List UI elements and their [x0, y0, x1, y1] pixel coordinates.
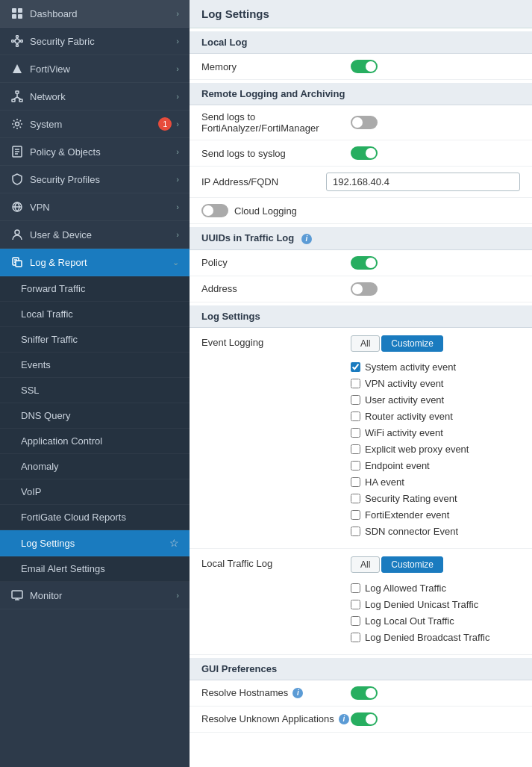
- sidebar-subitem-fortigate-cloud[interactable]: FortiGate Cloud Reports: [0, 505, 190, 530]
- traffic-denied-broadcast: Log Denied Broadcast Traffic: [351, 630, 489, 645]
- event-all-btn[interactable]: All: [351, 335, 380, 352]
- event-security-rating: Security Rating event: [351, 491, 469, 506]
- event-explicit-web-checkbox[interactable]: [351, 444, 360, 454]
- event-router-activity-checkbox[interactable]: [351, 412, 360, 421]
- sidebar-item-vpn[interactable]: VPN ›: [0, 193, 190, 221]
- event-endpoint-checkbox[interactable]: [351, 461, 360, 471]
- svg-rect-15: [12, 99, 15, 102]
- sidebar-item-label: Security Profiles: [30, 174, 176, 185]
- sidebar-subitem-log-settings[interactable]: Log Settings ☆: [0, 530, 190, 556]
- sidebar-item-label: VPN: [30, 202, 176, 213]
- traffic-denied-unicast-label: Log Denied Unicast Traffic: [365, 599, 478, 610]
- sidebar-item-log-report[interactable]: Log & Report ⌄: [0, 249, 190, 276]
- gui-preferences-section: GUI Preferences: [190, 658, 532, 680]
- svg-point-5: [16, 36, 19, 38]
- resolve-hostnames-toggle-thumb: [366, 688, 376, 698]
- sidebar-subitem-anomaly[interactable]: Anomaly: [0, 454, 190, 479]
- resolve-hostnames-row: Resolve Hostnames i: [190, 680, 532, 707]
- chevron-right-icon: ›: [176, 9, 179, 18]
- event-system-activity-checkbox[interactable]: [351, 362, 360, 372]
- memory-toggle-control: [351, 60, 520, 73]
- svg-rect-31: [12, 591, 22, 598]
- traffic-allowed-checkbox[interactable]: [351, 583, 360, 593]
- event-vpn-activity: VPN activity event: [351, 376, 469, 391]
- fortianalyzer-toggle[interactable]: [351, 116, 378, 129]
- event-user-activity-checkbox[interactable]: [351, 395, 360, 405]
- sidebar-item-label: DNS Query: [21, 410, 179, 421]
- sidebar-item-fortiview[interactable]: FortiView ›: [0, 55, 190, 83]
- memory-row: Memory: [190, 54, 532, 80]
- sidebar-item-user-device[interactable]: User & Device ›: [0, 221, 190, 249]
- cloud-label: Cloud Logging: [234, 205, 297, 217]
- sidebar-item-label: Forward Traffic: [21, 283, 179, 294]
- sidebar-item-label: System: [30, 119, 158, 130]
- ip-address-input[interactable]: [326, 173, 520, 191]
- event-customize-btn[interactable]: Customize: [381, 335, 443, 352]
- traffic-denied-unicast-checkbox[interactable]: [351, 600, 360, 609]
- uuids-info-icon[interactable]: i: [301, 234, 312, 244]
- policy-toggle[interactable]: [351, 256, 378, 270]
- traffic-local-out-checkbox[interactable]: [351, 616, 360, 626]
- event-sdn-connector-checkbox[interactable]: [351, 527, 360, 536]
- event-security-rating-checkbox[interactable]: [351, 494, 360, 503]
- sidebar-subitem-local-traffic[interactable]: Local Traffic: [0, 302, 190, 327]
- sidebar-subitem-events[interactable]: Events: [0, 353, 190, 378]
- event-vpn-activity-checkbox[interactable]: [351, 379, 360, 388]
- sidebar-subitem-application-control[interactable]: Application Control: [0, 429, 190, 454]
- sidebar-subitem-sniffer-traffic[interactable]: Sniffer Traffic: [0, 327, 190, 353]
- resolve-hostnames-label: Resolve Hostnames i: [201, 687, 351, 698]
- syslog-toggle[interactable]: [351, 146, 378, 160]
- svg-rect-2: [12, 14, 16, 19]
- chevron-right-icon: ›: [176, 119, 179, 128]
- resolve-unknown-toggle[interactable]: [351, 712, 378, 726]
- svg-rect-14: [16, 91, 19, 93]
- dashboard-icon: [10, 7, 24, 20]
- sidebar-item-network[interactable]: Network ›: [0, 83, 190, 111]
- event-ha-checkbox[interactable]: [351, 477, 360, 487]
- sidebar-subitem-forward-traffic[interactable]: Forward Traffic: [0, 276, 190, 302]
- policy-icon: [10, 145, 24, 158]
- traffic-denied-broadcast-checkbox[interactable]: [351, 633, 360, 642]
- sidebar-item-policy-objects[interactable]: Policy & Objects ›: [0, 138, 190, 166]
- sidebar-item-monitor[interactable]: Monitor ›: [0, 582, 190, 609]
- ip-input-control: [326, 173, 520, 191]
- event-ha: HA event: [351, 474, 469, 490]
- address-toggle[interactable]: [351, 282, 378, 296]
- traffic-checkboxes: Log Allowed Traffic Log Denied Unicast T…: [351, 577, 489, 648]
- resolve-hostnames-info-icon[interactable]: i: [292, 688, 303, 698]
- main-content: Log Settings Local Log Memory Remote Log…: [190, 0, 532, 767]
- resolve-unknown-info-icon[interactable]: i: [339, 714, 349, 724]
- sidebar-subitem-dns-query[interactable]: DNS Query: [0, 403, 190, 429]
- svg-rect-3: [18, 14, 22, 19]
- event-wifi-activity-checkbox[interactable]: [351, 428, 360, 438]
- resolve-unknown-toggle-track: [351, 712, 378, 726]
- sidebar-subitem-voip[interactable]: VoIP: [0, 479, 190, 505]
- traffic-all-btn[interactable]: All: [351, 556, 380, 573]
- event-ha-label: HA event: [365, 476, 404, 488]
- sidebar-item-security-fabric[interactable]: Security Fabric ›: [0, 28, 190, 55]
- resolve-hostnames-toggle[interactable]: [351, 686, 378, 700]
- event-fortiextender: FortiExtender event: [351, 507, 469, 523]
- sidebar-subitem-email-alert[interactable]: Email Alert Settings: [0, 556, 190, 582]
- sidebar-item-label: Dashboard: [30, 8, 176, 19]
- sidebar-item-security-profiles[interactable]: Security Profiles ›: [0, 166, 190, 193]
- sidebar-item-label: Anomaly: [21, 461, 179, 472]
- event-fortiextender-checkbox[interactable]: [351, 510, 360, 520]
- fortianalyzer-toggle-control: [351, 116, 520, 129]
- cloud-toggle[interactable]: [201, 204, 228, 217]
- sidebar-item-dashboard[interactable]: Dashboard ›: [0, 0, 190, 28]
- sidebar-item-label: Log Settings: [21, 538, 169, 549]
- local-traffic-control: All Customize Log Allowed Traffic Log De…: [351, 556, 520, 648]
- event-router-activity: Router activity event: [351, 409, 469, 424]
- memory-toggle-track: [351, 60, 378, 73]
- memory-toggle[interactable]: [351, 60, 378, 73]
- resolve-hostnames-toggle-track: [351, 686, 378, 700]
- event-endpoint-label: Endpoint event: [365, 460, 430, 471]
- log-icon: [10, 255, 24, 269]
- sidebar-subitem-ssl[interactable]: SSL: [0, 378, 190, 403]
- star-icon[interactable]: ☆: [169, 537, 179, 549]
- sidebar-item-system[interactable]: System 1 ›: [0, 111, 190, 138]
- log-settings-section: Log Settings: [190, 305, 532, 328]
- traffic-customize-btn[interactable]: Customize: [381, 556, 443, 573]
- policy-toggle-track: [351, 256, 378, 270]
